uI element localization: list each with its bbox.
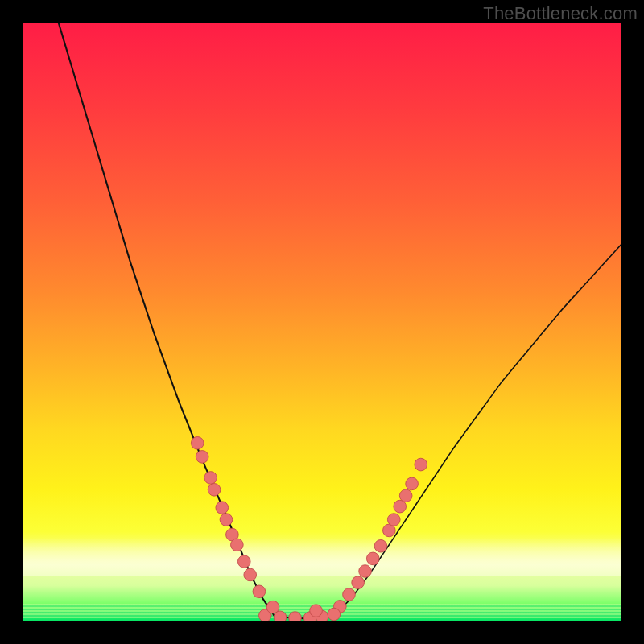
marker-dot (289, 612, 302, 621)
marker-dot (387, 514, 400, 526)
curve-valley (274, 616, 333, 619)
marker-dot (220, 514, 233, 526)
marker-dot (359, 565, 372, 578)
marker-dot (274, 611, 287, 621)
chart-frame: TheBottleneck.com (0, 0, 644, 644)
marker-dot (266, 601, 279, 613)
bottleneck-curve (59, 23, 621, 618)
marker-dot (244, 568, 257, 581)
marker-dot (316, 610, 328, 621)
watermark-text: TheBottleneck.com (483, 3, 638, 24)
marker-dot (334, 601, 347, 613)
bottom-stripes (23, 604, 621, 619)
data-markers (191, 436, 427, 621)
curve-left-branch (59, 23, 275, 616)
marker-dot (415, 458, 427, 471)
marker-dot (303, 612, 316, 621)
marker-dot (259, 609, 272, 621)
marker-dot (343, 588, 356, 601)
marker-dot (253, 585, 266, 598)
marker-dot (366, 552, 379, 565)
marker-dot (208, 484, 221, 497)
marker-dot (191, 436, 204, 449)
curve-right-branch (334, 244, 621, 615)
marker-dot (204, 472, 217, 485)
pale-band (23, 538, 621, 576)
marker-dot (328, 608, 341, 621)
marker-dot (383, 524, 396, 537)
plot-area (23, 23, 621, 621)
marker-dot (231, 539, 244, 551)
marker-dot (399, 489, 412, 502)
marker-dot (406, 477, 419, 490)
marker-dot (226, 528, 239, 541)
curve-layer (23, 23, 621, 621)
marker-dot (374, 539, 387, 552)
marker-dot (216, 502, 229, 514)
marker-dot (310, 605, 323, 617)
marker-dot (394, 500, 407, 513)
marker-dot (237, 555, 250, 568)
marker-dot (196, 451, 208, 464)
marker-dot (352, 576, 365, 589)
